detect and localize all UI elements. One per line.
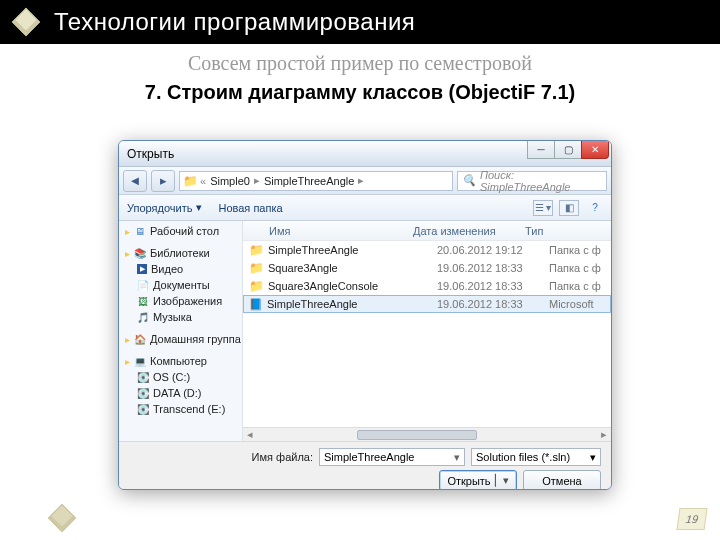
- file-name: SimpleThreeAngle: [267, 298, 358, 310]
- slide-subtitle: Совсем простой пример по семестровой: [0, 52, 720, 75]
- col-name[interactable]: Имя: [243, 225, 413, 237]
- sidebar-item-label: Документы: [153, 279, 210, 291]
- sidebar-item[interactable]: ▸🖥Рабочий стол: [119, 223, 242, 239]
- file-row[interactable]: 📘SimpleThreeAngle 19.06.2012 18:33 Micro…: [243, 295, 611, 313]
- help-button[interactable]: ?: [585, 200, 605, 216]
- file-name: SimpleThreeAngle: [268, 244, 359, 256]
- maximize-button[interactable]: ▢: [554, 141, 582, 159]
- dialog-footer: Имя файла: SimpleThreeAngle ▾ Solution f…: [119, 441, 611, 490]
- file-type: Папка с ф: [549, 280, 601, 292]
- sidebar-item-label: OS (C:): [153, 371, 190, 383]
- scroll-right-icon[interactable]: ▸: [597, 428, 611, 441]
- sidebar-item[interactable]: 🖼Изображения: [119, 293, 242, 309]
- expand-icon: ▸: [125, 356, 130, 367]
- file-row[interactable]: 📁Square3AngleConsole 19.06.2012 18:33 Па…: [243, 277, 611, 295]
- sidebar-item-label: Компьютер: [150, 355, 207, 367]
- file-type: Microsoft: [549, 298, 594, 310]
- slide-step-heading: 7. Строим диаграмму классов (ObjectiF 7.…: [0, 81, 720, 104]
- scroll-left-icon[interactable]: ◂: [243, 428, 257, 441]
- close-button[interactable]: ✕: [581, 141, 609, 159]
- preview-pane-button[interactable]: ◧: [559, 200, 579, 216]
- drive-icon: 💽: [137, 403, 149, 415]
- vid-icon: ▶: [137, 264, 147, 274]
- file-date: 19.06.2012 18:33: [437, 280, 549, 292]
- split-chevron-icon: ▏▾: [495, 474, 509, 487]
- sidebar-item[interactable]: 🎵Музыка: [119, 309, 242, 325]
- search-icon: 🔍: [462, 174, 476, 187]
- folder-icon: 📁: [184, 175, 196, 187]
- sidebar-item[interactable]: 📄Документы: [119, 277, 242, 293]
- sidebar-item-label: Домашняя группа: [150, 333, 241, 345]
- dialog-titlebar[interactable]: Открыть ─ ▢ ✕: [119, 141, 611, 167]
- sidebar-item[interactable]: 💽DATA (D:): [119, 385, 242, 401]
- file-type: Папка с ф: [549, 244, 601, 256]
- sidebar-item[interactable]: ▸🏠Домашняя группа: [119, 331, 242, 347]
- organize-button[interactable]: Упорядочить ▾: [127, 201, 202, 214]
- page-number: 19: [676, 508, 707, 530]
- sidebar-item-label: Видео: [151, 263, 183, 275]
- file-row[interactable]: 📁SimpleThreeAngle 20.06.2012 19:12 Папка…: [243, 241, 611, 259]
- crumb-2[interactable]: SimpleThreeAngle: [264, 175, 355, 187]
- filename-label: Имя файла:: [249, 451, 313, 463]
- scrollbar-thumb[interactable]: [357, 430, 477, 440]
- mus-icon: 🎵: [137, 311, 149, 323]
- file-list[interactable]: Имя Дата изменения Тип 📁SimpleThreeAngle…: [243, 221, 611, 441]
- img-icon: 🖼: [137, 295, 149, 307]
- new-folder-button[interactable]: Новая папка: [218, 202, 282, 214]
- sidebar-item[interactable]: 💽Transcend (E:): [119, 401, 242, 417]
- nav-back-button[interactable]: ◄: [123, 170, 147, 192]
- slide-title-bar: Технологии программирования: [0, 0, 720, 44]
- search-input[interactable]: 🔍 Поиск: SimpleThreeAngle: [457, 171, 607, 191]
- sidebar-item[interactable]: ▸💻Компьютер: [119, 353, 242, 369]
- lib-icon: 📚: [134, 247, 146, 259]
- slide-title: Технологии программирования: [54, 8, 415, 36]
- nav-forward-button[interactable]: ▸: [151, 170, 175, 192]
- folder-icon: 📁: [249, 279, 264, 293]
- breadcrumb-bar[interactable]: 📁 « Simple0 ▸ SimpleThreeAngle ▸: [179, 171, 453, 191]
- file-name: Square3Angle: [268, 262, 338, 274]
- file-type: Папка с ф: [549, 262, 601, 274]
- column-headers[interactable]: Имя Дата изменения Тип: [243, 221, 611, 241]
- drive-icon: 💽: [137, 387, 149, 399]
- file-date: 19.06.2012 18:33: [437, 298, 549, 310]
- sidebar-item-label: DATA (D:): [153, 387, 201, 399]
- expand-icon: ▸: [125, 248, 130, 259]
- sidebar-tree[interactable]: ▸🖥Рабочий стол▸📚Библиотеки▶Видео📄Докумен…: [119, 221, 243, 441]
- sidebar-item-label: Рабочий стол: [150, 225, 219, 237]
- file-filter-select[interactable]: Solution files (*.sln) ▾: [471, 448, 601, 466]
- slide-logo-bottom-icon: [46, 502, 72, 528]
- col-date[interactable]: Дата изменения: [413, 225, 525, 237]
- doc-icon: 📄: [137, 279, 149, 291]
- file-date: 19.06.2012 18:33: [437, 262, 549, 274]
- dialog-toolbar: Упорядочить ▾ Новая папка ☰ ▾ ◧ ?: [119, 195, 611, 221]
- arrow-right-icon: ▸: [160, 173, 167, 188]
- filename-input[interactable]: SimpleThreeAngle ▾: [319, 448, 465, 466]
- minimize-button[interactable]: ─: [527, 141, 555, 159]
- expand-icon: ▸: [125, 334, 130, 345]
- folder-icon: 📁: [249, 243, 264, 257]
- sidebar-item[interactable]: ▸📚Библиотеки: [119, 245, 242, 261]
- crumb-1[interactable]: Simple0: [210, 175, 250, 187]
- horizontal-scrollbar[interactable]: ◂ ▸: [243, 427, 611, 441]
- col-type[interactable]: Тип: [525, 225, 611, 237]
- dialog-nav-bar: ◄ ▸ 📁 « Simple0 ▸ SimpleThreeAngle ▸ 🔍 П…: [119, 167, 611, 195]
- cancel-button[interactable]: Отмена: [523, 470, 601, 490]
- open-button[interactable]: Открыть ▏▾: [439, 470, 517, 490]
- sidebar-item[interactable]: ▶Видео: [119, 261, 242, 277]
- comp-icon: 💻: [134, 355, 146, 367]
- sidebar-item[interactable]: 💽OS (C:): [119, 369, 242, 385]
- chevron-down-icon: ▾: [590, 451, 596, 464]
- file-row[interactable]: 📁Square3Angle 19.06.2012 18:33 Папка с ф: [243, 259, 611, 277]
- chevron-down-icon[interactable]: ▾: [454, 451, 460, 464]
- sidebar-item-label: Изображения: [153, 295, 222, 307]
- chevron-right-icon: ▸: [356, 174, 366, 187]
- dialog-title: Открыть: [127, 147, 174, 161]
- drive-icon: 💽: [137, 371, 149, 383]
- solution-file-icon: 📘: [249, 298, 263, 311]
- file-date: 20.06.2012 19:12: [437, 244, 549, 256]
- search-placeholder: Поиск: SimpleThreeAngle: [480, 169, 602, 193]
- folder-icon: 📁: [249, 261, 264, 275]
- desktop-icon: 🖥: [134, 225, 146, 237]
- view-mode-button[interactable]: ☰ ▾: [533, 200, 553, 216]
- home-icon: 🏠: [134, 333, 146, 345]
